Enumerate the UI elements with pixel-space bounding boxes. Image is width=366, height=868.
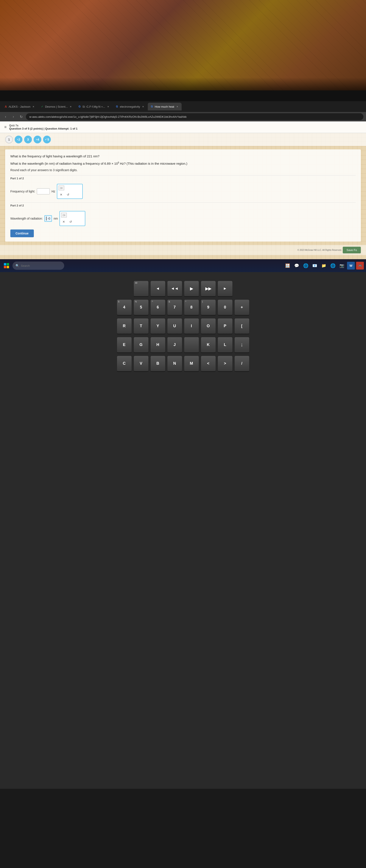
key-j[interactable]: J xyxy=(167,337,182,353)
quiz-title-area: Quiz 7a Question 3 of 5 (2 points) | Que… xyxy=(9,124,78,130)
taskbar-icon-edge[interactable]: 🌐 xyxy=(302,262,310,270)
key-i[interactable]: I xyxy=(184,318,199,334)
key-semicolon[interactable]: ; xyxy=(234,337,250,353)
undo-math-button[interactable]: ↺ xyxy=(65,192,71,197)
taskbar-icon-chrome[interactable]: 🌐 xyxy=(329,262,337,270)
math-action-row-2: ✕ ↺ xyxy=(61,219,73,224)
key-p[interactable]: P xyxy=(218,318,233,334)
si-tab-icon: G xyxy=(78,105,81,108)
question-nav-5[interactable]: ✓ 5 xyxy=(43,135,51,143)
key-h[interactable]: H xyxy=(150,337,165,353)
q2-prefix: = xyxy=(17,138,18,141)
address-input[interactable] xyxy=(26,113,363,120)
continue-button[interactable]: Continue xyxy=(10,229,34,237)
key-back[interactable]: ◄ xyxy=(150,281,165,297)
key-7[interactable]: & 7 xyxy=(167,300,182,316)
key-6[interactable]: ^ 6 xyxy=(150,300,165,316)
tab-electronegativity[interactable]: G electronegativity ✕ xyxy=(113,103,147,111)
tab-si[interactable]: G Si -C,F-f,Mg-N =... ✕ xyxy=(76,103,112,111)
taskbar-icon-word[interactable]: W xyxy=(347,262,355,270)
tab-desmos-close[interactable]: ✕ xyxy=(69,105,73,108)
back-button[interactable]: ‹ xyxy=(3,114,9,120)
key-c[interactable]: C xyxy=(117,355,132,372)
taskbar-icon-chat[interactable]: 💬 xyxy=(293,262,301,270)
key-e[interactable]: E xyxy=(117,337,132,353)
tab-electronegativity-close[interactable]: ✕ xyxy=(141,105,145,108)
key-comma[interactable]: < xyxy=(201,355,216,372)
key-m[interactable]: M xyxy=(184,355,199,372)
key-period[interactable]: > xyxy=(218,355,233,372)
key-v[interactable]: V xyxy=(134,355,149,372)
clear-math-button-2[interactable]: ✕ xyxy=(61,219,66,224)
quiz-header: ≡ Quiz 7a Question 3 of 5 (2 points) | Q… xyxy=(0,121,366,133)
key-8[interactable]: * 8 xyxy=(184,300,199,316)
question-nav-3[interactable]: 3 xyxy=(24,135,32,143)
key-n[interactable]: N xyxy=(167,355,182,372)
keyboard-area: 40 ◄ ◄◄ ▶ ▶▶ ► $ 4 % 5 ^ 6 & xyxy=(0,272,366,789)
forward-button[interactable]: › xyxy=(10,114,17,120)
part-2-math-input-box: □□ ✕ ↺ xyxy=(59,211,85,226)
key-slash[interactable]: / xyxy=(234,355,250,372)
aleks-tab-icon: A xyxy=(4,105,7,108)
tab-aleks[interactable]: A ALEKS - Jackson ✕ xyxy=(2,103,38,111)
key-rewind[interactable]: ◄◄ xyxy=(167,281,182,297)
hamburger-menu-icon[interactable]: ≡ xyxy=(4,125,7,129)
taskbar-search-input[interactable] xyxy=(21,264,53,267)
keyboard-row-qwerty1: R T Y U I O P [ xyxy=(117,318,250,334)
key-l[interactable]: L xyxy=(218,337,233,353)
superscript-button[interactable]: □□ xyxy=(59,186,64,190)
taskbar-icon-photos[interactable]: 📷 xyxy=(338,262,346,270)
taskbar-icon-files[interactable]: 📁 xyxy=(320,262,328,270)
part-1-input[interactable] xyxy=(37,188,50,194)
electronegativity-tab-icon: G xyxy=(115,105,118,108)
instruction-text: Round each of your answers to 3 signific… xyxy=(10,168,356,172)
part-1-unit: Hz xyxy=(52,190,55,193)
key-bracket[interactable]: [ xyxy=(234,318,250,334)
key-u[interactable]: U xyxy=(167,318,182,334)
taskbar-search-bar[interactable]: 🔍 xyxy=(12,261,64,270)
key-g[interactable]: G xyxy=(134,337,149,353)
key-y[interactable]: Y xyxy=(150,318,165,334)
tab-howmuch[interactable]: G How much heat ✕ xyxy=(148,103,181,111)
refresh-button[interactable]: ↻ xyxy=(18,114,24,120)
part-2-input-display[interactable]: -0 xyxy=(45,215,52,222)
question-nav-4[interactable]: = 4 xyxy=(34,135,41,143)
taskbar-icon-email[interactable]: 📧 xyxy=(311,262,319,270)
taskbar-icon-widgets[interactable]: 🪟 xyxy=(284,262,291,270)
tab-si-close[interactable]: ✕ xyxy=(106,105,110,108)
start-button[interactable] xyxy=(2,261,11,270)
key-40[interactable]: 40 xyxy=(134,281,149,297)
tab-desmos[interactable]: ✓ Desmos | Scient... ✕ xyxy=(38,103,75,111)
question-nav-1[interactable]: 1 xyxy=(5,135,13,143)
key-b[interactable]: B xyxy=(150,355,165,372)
browser-window: A ALEKS - Jackson ✕ ✓ Desmos | Scient...… xyxy=(0,101,366,259)
key-t[interactable]: T xyxy=(134,318,149,334)
key-play[interactable]: ▶ xyxy=(184,281,199,297)
part-2-value: -0 xyxy=(47,217,50,220)
key-k[interactable]: K xyxy=(201,337,216,353)
key-9[interactable]: ( 9 xyxy=(201,300,216,316)
part-2-unit: nm xyxy=(54,217,58,220)
superscript-button-2[interactable]: □□ xyxy=(61,213,67,217)
key-plus[interactable]: + xyxy=(234,300,250,316)
key-skip[interactable]: ► xyxy=(218,281,233,297)
key-4[interactable]: $ 4 xyxy=(117,300,132,316)
tab-aleks-close[interactable]: ✕ xyxy=(32,105,35,108)
key-o[interactable]: O xyxy=(201,318,216,334)
clear-math-button[interactable]: ✕ xyxy=(59,192,64,197)
quiz-meta: Question 3 of 5 (2 points) | Question At… xyxy=(9,127,78,130)
part-1-answer-row: Frequency of light: Hz □□ ✕ ↺ xyxy=(10,184,356,199)
tab-howmuch-close[interactable]: ✕ xyxy=(175,105,179,108)
quiz-footer: © 2023 McGraw Hill LLC. All Rights Reser… xyxy=(0,245,366,255)
undo-math-button-2[interactable]: ↺ xyxy=(68,219,73,224)
key-blank[interactable] xyxy=(184,337,199,353)
question-nav-2[interactable]: = 2 xyxy=(15,135,22,143)
windows-taskbar: 🔍 🪟 💬 🌐 📧 📁 🌐 📷 W 🎮 xyxy=(0,259,366,272)
keyboard-row-zxcv: C V B N M < > / xyxy=(117,355,250,372)
save-button[interactable]: Save Fo xyxy=(343,247,361,253)
key-r[interactable]: R xyxy=(117,318,132,334)
key-0[interactable]: 0 xyxy=(218,300,233,316)
key-fastforward[interactable]: ▶▶ xyxy=(201,281,216,297)
taskbar-icon-game[interactable]: 🎮 xyxy=(356,262,364,270)
key-5[interactable]: % 5 xyxy=(134,300,149,316)
